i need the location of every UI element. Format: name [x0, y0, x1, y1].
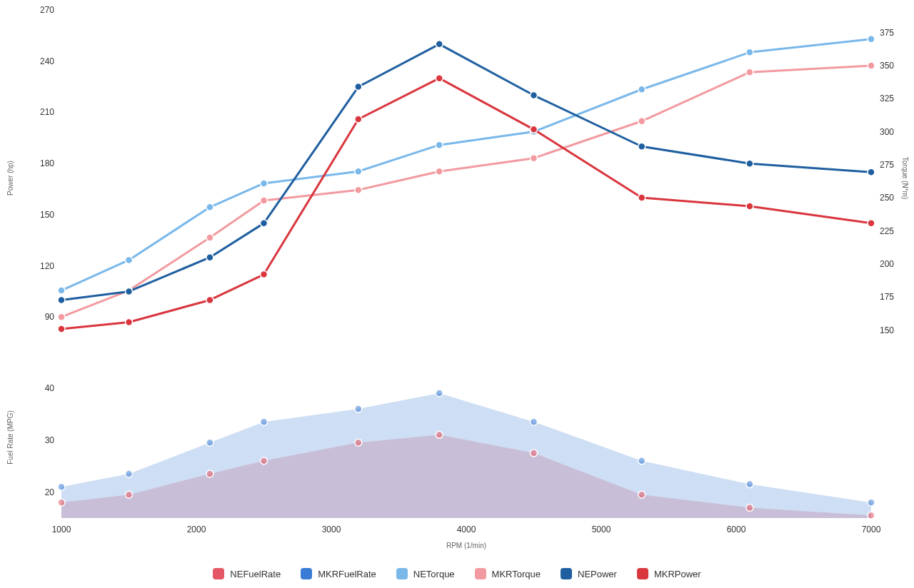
- torque-tick-label: 325: [880, 93, 894, 103]
- x-tick-label: 5000: [592, 524, 611, 534]
- point-NEPower: [58, 296, 65, 303]
- point-MKRPower: [638, 194, 646, 201]
- x-tick-label: 3000: [322, 524, 341, 534]
- line-NEPower: [61, 44, 871, 300]
- point-NETorque: [638, 86, 646, 93]
- power-tick-label: 150: [40, 210, 54, 220]
- point-MKRPower: [206, 296, 214, 303]
- fuel-tick-label: 20: [45, 487, 55, 497]
- point-MKRPower: [868, 220, 875, 227]
- x-tick-label: 1000: [52, 524, 71, 534]
- point-MKRFuelRate: [206, 439, 214, 446]
- chart-svg: 1000200030004000500060007000RPM (1/min)9…: [0, 0, 914, 557]
- point-NEFuelRate: [746, 504, 753, 511]
- legend-item-NEFuelRate[interactable]: NEFuelRate: [213, 568, 281, 579]
- point-NETorque: [261, 180, 268, 187]
- point-MKRFuelRate: [746, 481, 753, 488]
- point-NEFuelRate: [531, 450, 538, 457]
- point-NEFuelRate: [261, 457, 268, 465]
- torque-tick-label: 200: [880, 259, 894, 269]
- point-MKRPower: [531, 126, 538, 133]
- point-NEPower: [436, 41, 443, 48]
- legend-item-MKRFuelRate[interactable]: MKRFuelRate: [301, 568, 376, 579]
- x-axis-label: RPM (1/min): [446, 542, 486, 549]
- point-NEFuelRate: [868, 512, 875, 519]
- legend-swatch: [396, 568, 408, 579]
- legend-label: MKRPower: [654, 569, 701, 579]
- point-NETorque: [126, 256, 133, 263]
- point-NEPower: [531, 92, 538, 99]
- power-tick-label: 90: [45, 312, 55, 322]
- point-NEPower: [746, 160, 753, 167]
- line-MKRTorque: [61, 66, 871, 317]
- x-tick-label: 6000: [727, 524, 746, 534]
- point-MKRFuelRate: [638, 457, 646, 465]
- point-NEFuelRate: [126, 491, 133, 498]
- point-MKRFuelRate: [58, 483, 65, 490]
- point-MKRFuelRate: [531, 418, 538, 425]
- legend-label: NETorque: [413, 569, 455, 579]
- point-NETorque: [355, 168, 362, 175]
- point-MKRFuelRate: [126, 470, 133, 477]
- point-NETorque: [206, 203, 214, 211]
- point-NEPower: [868, 168, 875, 176]
- point-MKRFuelRate: [868, 499, 875, 506]
- point-NEFuelRate: [206, 470, 214, 477]
- point-NETorque: [868, 36, 875, 43]
- power-tick-label: 120: [40, 261, 54, 271]
- point-MKRPower: [436, 75, 443, 82]
- point-MKRTorque: [206, 234, 214, 241]
- legend-swatch: [637, 568, 648, 579]
- legend-swatch: [475, 568, 486, 579]
- torque-tick-label: 275: [880, 160, 894, 170]
- point-NEPower: [126, 288, 133, 295]
- point-NEPower: [638, 143, 646, 150]
- point-NETorque: [746, 49, 753, 56]
- point-MKRFuelRate: [261, 418, 268, 425]
- fuel-tick-label: 40: [45, 383, 55, 393]
- x-tick-label: 2000: [187, 524, 206, 534]
- legend-label: NEPower: [578, 569, 617, 579]
- point-MKRTorque: [436, 168, 443, 175]
- legend: NEFuelRateMKRFuelRateNETorqueMKRTorqueNE…: [0, 568, 914, 579]
- legend-swatch: [213, 568, 224, 579]
- point-NEPower: [355, 83, 362, 91]
- power-tick-label: 240: [40, 56, 54, 66]
- fuel-tick-label: 30: [45, 435, 55, 445]
- legend-item-MKRTorque[interactable]: MKRTorque: [475, 568, 541, 579]
- point-MKRTorque: [746, 69, 753, 76]
- legend-swatch: [561, 568, 572, 579]
- legend-swatch: [301, 568, 312, 579]
- chart-container: 1000200030004000500060007000RPM (1/min)9…: [0, 0, 914, 588]
- point-MKRPower: [58, 325, 65, 333]
- legend-label: NEFuelRate: [230, 569, 281, 579]
- legend-item-MKRPower[interactable]: MKRPower: [637, 568, 701, 579]
- legend-item-NEPower[interactable]: NEPower: [561, 568, 617, 579]
- torque-tick-label: 350: [880, 61, 894, 71]
- power-tick-label: 210: [40, 107, 54, 117]
- legend-item-NETorque[interactable]: NETorque: [396, 568, 455, 579]
- point-MKRTorque: [638, 118, 646, 125]
- area-MKRFuelRate: [61, 393, 871, 518]
- x-tick-label: 4000: [457, 524, 476, 534]
- torque-axis-label: Torque (N*m): [901, 157, 909, 199]
- point-MKRFuelRate: [436, 390, 443, 397]
- point-MKRFuelRate: [355, 405, 362, 412]
- legend-label: MKRFuelRate: [318, 569, 376, 579]
- x-tick-label: 7000: [862, 524, 881, 534]
- point-MKRPower: [261, 271, 268, 278]
- legend-label: MKRTorque: [492, 569, 541, 579]
- point-NEFuelRate: [355, 439, 362, 446]
- power-tick-label: 180: [40, 158, 54, 168]
- point-MKRTorque: [531, 155, 538, 162]
- point-NEFuelRate: [638, 491, 646, 498]
- torque-tick-label: 150: [880, 325, 894, 335]
- torque-tick-label: 225: [880, 226, 894, 236]
- torque-tick-label: 175: [880, 292, 894, 302]
- point-MKRPower: [746, 203, 753, 210]
- point-MKRTorque: [868, 62, 875, 69]
- power-axis-label: Power (hp): [6, 161, 14, 196]
- point-MKRPower: [355, 116, 362, 123]
- point-NEPower: [206, 254, 214, 261]
- fuel-axis-label: Fuel Rate (MPG): [6, 410, 14, 465]
